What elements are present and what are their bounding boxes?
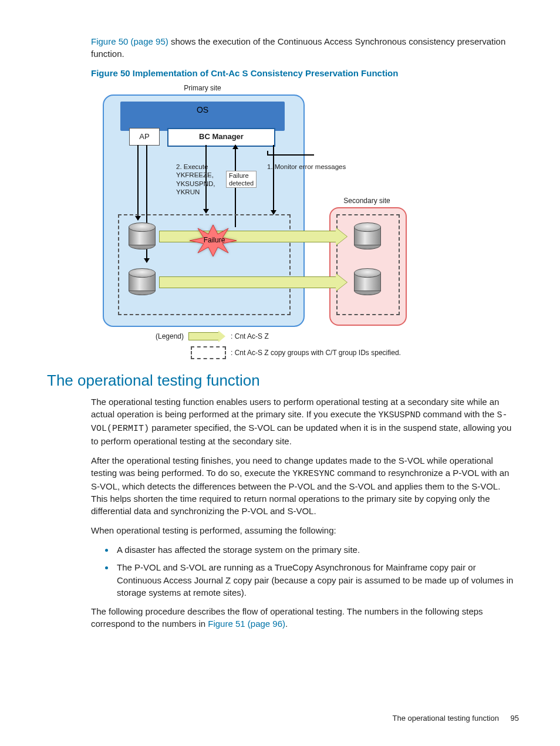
p1-c: parameter specified, the S-VOL can be up…	[91, 423, 511, 446]
figure-50-xref[interactable]: Figure 50 (page 95)	[91, 36, 168, 46]
page-number: 95	[511, 714, 519, 723]
section-heading: The operational testing function	[47, 372, 519, 390]
monitor-line-down	[273, 145, 274, 214]
copy-arrow-2	[159, 276, 336, 288]
paragraph-1: The operational testing function enables…	[47, 396, 519, 447]
legend-title: (Legend)	[156, 332, 184, 340]
p1-b: command with the	[420, 409, 497, 419]
bc-manager-box: BC Manager	[167, 128, 275, 147]
step2-label: 2. Execute YKFREEZE, YKSUSPND, YKRUN	[176, 163, 215, 197]
paragraph-4: The following procedure describes the fl…	[47, 605, 519, 630]
legend-item-1: : Cnt Ac-S Z	[231, 332, 269, 340]
step1-label: 1. Monitor error messages	[267, 163, 346, 171]
p2-code1: YKRESYNC	[292, 469, 335, 479]
ap-box: AP	[129, 128, 160, 146]
failure-detected-label: Failure detected	[226, 171, 257, 188]
legend: (Legend) : Cnt Ac-S Z : Cnt Ac-S Z copy …	[103, 328, 519, 361]
footer-title: The operational testing function	[393, 714, 499, 723]
legend-arrow-icon	[188, 332, 219, 340]
secondary-site-label: Secondary site	[320, 197, 414, 205]
list-item: A disaster has affected the storage syst…	[114, 544, 519, 556]
page-footer: The operational testing function 95	[393, 714, 519, 723]
intro-paragraph: Figure 50 (page 95) shows the execution …	[47, 35, 519, 60]
failure-label: Failure	[191, 236, 238, 244]
p1-code1: YKSUSPND	[378, 410, 420, 420]
legend-item-2: : Cnt Ac-S Z copy groups with C/T group …	[231, 349, 401, 357]
assumptions-list: A disaster has affected the storage syst…	[47, 544, 519, 599]
p-vol-1	[129, 222, 154, 247]
p-vol-2	[129, 268, 154, 293]
document-page: Figure 50 (page 95) shows the execution …	[0, 0, 560, 746]
paragraph-3: When operational testing is performed, a…	[47, 524, 519, 536]
p4-b: .	[285, 619, 288, 629]
legend-dashed-icon	[191, 346, 226, 359]
primary-site-label: Primary site	[103, 84, 302, 92]
s-vol-1	[354, 222, 380, 247]
figure-50-caption: Figure 50 Implementation of Cnt-Ac S Con…	[47, 68, 519, 78]
list-item: The P-VOL and S-VOL are running as a Tru…	[114, 561, 519, 599]
figure-50-diagram: Primary site OS AP BC Manager 2. Execute…	[47, 84, 519, 361]
paragraph-2: After the operational testing finishes, …	[47, 454, 519, 517]
arrow-ap-to-vol1	[137, 145, 139, 220]
os-label: OS	[120, 105, 285, 114]
monitor-line-h	[267, 154, 314, 156]
figure-51-xref[interactable]: Figure 51 (page 96)	[208, 619, 285, 629]
copy-arrow-1	[159, 231, 336, 242]
s-vol-2	[354, 268, 380, 293]
